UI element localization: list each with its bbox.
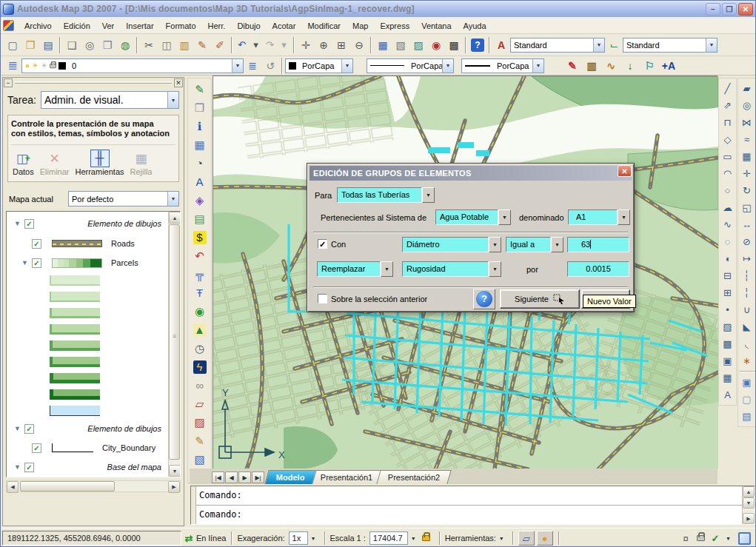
command-window[interactable]: Comando: Comando: ▲ ▼ ▶ xyxy=(190,486,755,525)
arc-icon[interactable]: ◠ xyxy=(720,165,736,182)
legend-city-boundary-row[interactable]: ✓ City_Boundary xyxy=(7,438,167,457)
table-icon[interactable]: ▦ xyxy=(720,369,736,386)
eliminar-button[interactable]: ✕ Eliminar xyxy=(40,150,70,176)
con-checkbox[interactable]: ✓ xyxy=(318,239,327,249)
publish-web-icon[interactable]: ◍ xyxy=(116,36,134,54)
menu-item[interactable]: Express xyxy=(374,19,415,33)
menu-item[interactable]: Herr. xyxy=(202,19,232,33)
stretch-icon[interactable]: ↔ xyxy=(739,216,755,233)
tab-modelo[interactable]: Modelo xyxy=(264,470,316,484)
polygon-icon[interactable]: ◇ xyxy=(720,131,736,148)
checkbox-checked[interactable]: ✓ xyxy=(24,219,34,229)
make-block-icon[interactable]: ⊞ xyxy=(720,284,736,301)
undo-red-icon[interactable]: ↶ xyxy=(190,246,210,265)
offset-icon[interactable]: ≈ xyxy=(739,131,755,148)
annotation-sheet-icon[interactable]: ▱ xyxy=(518,531,535,546)
scroll-down-icon[interactable]: ▼ xyxy=(169,465,181,477)
nuevo-valor-input[interactable]: 0.0015 xyxy=(567,261,629,277)
help-icon[interactable]: ? xyxy=(469,36,486,54)
chevron-down-icon[interactable]: ▼ xyxy=(232,59,243,73)
markup-set-manager-icon[interactable]: ▧ xyxy=(392,36,409,54)
annotation-scale-icon[interactable]: ● xyxy=(537,531,553,546)
text-style-combo[interactable]: Standard ▼ xyxy=(510,38,605,53)
linetype-combo[interactable]: PorCapa ▼ xyxy=(367,58,454,73)
zoom-realtime-icon[interactable]: ⊕ xyxy=(315,36,332,54)
layer-manager-icon[interactable]: ≣ xyxy=(4,57,21,75)
legend-group-row[interactable]: ▼ ✓ Elemento de dibujos xyxy=(7,213,167,234)
command-input-line[interactable]: Comando: xyxy=(196,506,742,524)
checkbox-checked[interactable]: ✓ xyxy=(32,239,41,249)
rejilla-button[interactable]: ▦ Rejilla xyxy=(130,150,153,176)
minimize-button[interactable]: − xyxy=(706,3,720,16)
chevron-down-icon[interactable]: ▼ xyxy=(422,187,435,203)
render-icon[interactable]: ▨ xyxy=(409,36,427,54)
new-icon[interactable]: ▢ xyxy=(4,36,21,54)
chevron-down-icon[interactable]: ▼ xyxy=(551,237,563,252)
scroll-down-icon[interactable]: ▼ xyxy=(743,497,755,509)
tab-presentacion2[interactable]: Presentación2 xyxy=(376,470,452,484)
break-icon[interactable]: ╎ xyxy=(739,284,755,301)
add-text-icon[interactable]: +A xyxy=(660,57,678,75)
valve-icon[interactable]: ◉ xyxy=(190,302,210,321)
clip-icon[interactable]: ∞ xyxy=(190,376,210,395)
tab-prev-button[interactable]: ◀ xyxy=(225,472,238,483)
chevron-down-icon[interactable]: ▼ xyxy=(167,192,178,206)
menu-item[interactable]: Ayuda xyxy=(458,19,492,33)
legend-parcels-row[interactable]: ▼ ✓ Parcels xyxy=(7,253,167,272)
hatch-icon[interactable]: ▨ xyxy=(720,318,736,335)
pan-icon[interactable]: ✛ xyxy=(297,36,315,54)
checkbox-checked[interactable]: ✓ xyxy=(24,424,34,434)
open-icon[interactable]: ❒ xyxy=(21,36,39,54)
online-status[interactable]: En línea xyxy=(196,534,226,543)
chevron-down-icon[interactable]: ▼ xyxy=(311,536,316,541)
tab-last-button[interactable]: ▶| xyxy=(252,472,264,483)
siguiente-button[interactable]: Siguiente xyxy=(500,289,580,309)
layer-previous-icon[interactable]: ↺ xyxy=(261,57,279,75)
expand-triangle-icon[interactable]: ▼ xyxy=(14,220,24,227)
para-combo[interactable]: Todas las Tuberías ▼ xyxy=(337,187,435,203)
move-icon[interactable]: ✛ xyxy=(739,165,755,182)
region-icon[interactable]: ▣ xyxy=(720,352,736,369)
map-viewport[interactable]: Y X EDICIÓN DE GRUPOS DE ELEMENTOS ✕ Par… xyxy=(213,75,717,469)
chevron-down-icon[interactable]: ▼ xyxy=(381,261,393,277)
menu-item[interactable]: Modificar xyxy=(301,19,347,33)
scroll-up-icon[interactable]: ▲ xyxy=(743,486,755,497)
array-icon[interactable]: ▦ xyxy=(739,148,755,165)
pipes-icon[interactable]: ╦ xyxy=(190,265,210,283)
text-style-icon[interactable]: A xyxy=(492,36,510,54)
bring-to-front-icon[interactable]: ▣ xyxy=(739,374,755,391)
match-properties-icon[interactable]: ✎ xyxy=(193,36,211,54)
copy-icon[interactable]: ◎ xyxy=(739,97,755,114)
scale-value[interactable]: 17404.7 xyxy=(369,531,408,545)
send-to-back-icon[interactable]: ▢ xyxy=(739,391,755,408)
outline-polygon-icon[interactable]: ▱ xyxy=(190,395,210,413)
layer-isolate-icon[interactable]: ↓ xyxy=(621,57,639,75)
help-button[interactable]: ? xyxy=(473,289,495,309)
menu-item[interactable]: Ventana xyxy=(415,19,457,33)
gps-icon[interactable]: ¤ xyxy=(678,531,693,546)
legend-group-row[interactable]: ▼ ✓ Elemento de dibujos xyxy=(7,419,167,438)
hatch-polygon-icon[interactable]: ▨ xyxy=(190,413,210,432)
task-pane-header[interactable]: − ✕ xyxy=(3,78,184,88)
legend-vscrollbar[interactable]: ▲ ▼ xyxy=(168,212,180,477)
gauge-icon[interactable]: ◔ xyxy=(190,154,210,172)
menu-item[interactable]: Acotar xyxy=(267,19,302,33)
extend-icon[interactable]: ↦ xyxy=(739,250,755,267)
polyline-icon[interactable]: ⊓ xyxy=(720,114,736,131)
chevron-down-icon[interactable]: ▼ xyxy=(442,59,453,73)
legend-roads-row[interactable]: ✓ Roads xyxy=(7,234,167,253)
operador-combo[interactable]: Igual a ▼ xyxy=(506,237,563,252)
scale-lock-icon[interactable] xyxy=(419,531,434,546)
chamfer-icon[interactable]: ◣ xyxy=(739,318,755,335)
chevron-down-icon[interactable]: ▼ xyxy=(618,209,630,225)
sistema-combo[interactable]: Agua Potable ▼ xyxy=(435,209,511,225)
join-icon[interactable]: ∪ xyxy=(739,301,755,318)
seleccion-checkbox[interactable] xyxy=(318,294,327,303)
circle-icon[interactable]: ○ xyxy=(720,182,736,199)
tab-presentacion1[interactable]: Presentación1 xyxy=(309,470,384,484)
scroll-right-icon[interactable]: ▶ xyxy=(168,481,180,493)
point-icon[interactable]: • xyxy=(720,301,736,318)
clean-screen-button[interactable] xyxy=(738,532,751,545)
swap-arrows-icon[interactable]: ⇄ xyxy=(181,531,196,546)
line-icon[interactable]: ╱ xyxy=(720,80,736,97)
